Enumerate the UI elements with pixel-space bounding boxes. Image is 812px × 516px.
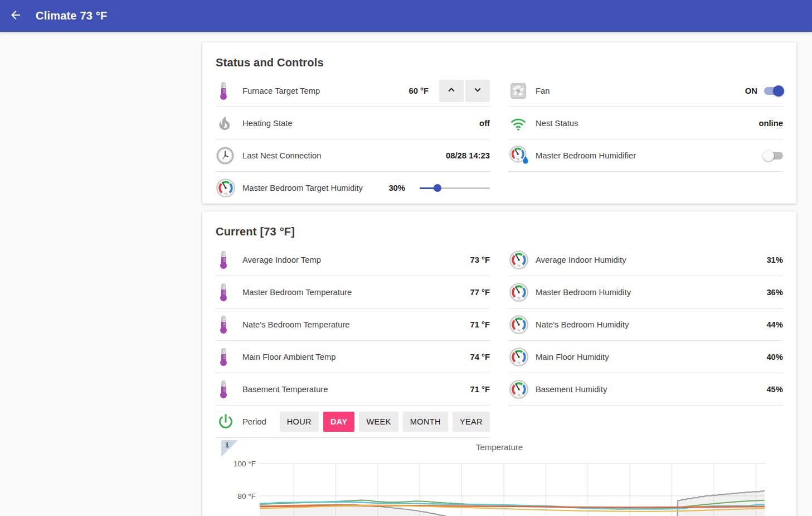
row-average-indoor-temp[interactable]: Average Indoor Temp73 °F (216, 244, 490, 276)
svg-text:%: % (517, 296, 521, 300)
back-button[interactable] (9, 5, 31, 27)
temp-stepper (437, 80, 490, 102)
row-master-bedroom-humidifier[interactable]: %Master Bedroom Humidifier (509, 139, 783, 172)
row-value: 60 °F (409, 86, 429, 95)
humidity-gauge-icon: % (509, 315, 536, 335)
row-label: Average Indoor Temp (242, 255, 470, 264)
row-nate-s-bedroom-humidity[interactable]: %Nate's Bedroom Humidity44% (509, 308, 783, 341)
row-value: 36% (766, 288, 783, 297)
chevron-down-icon (471, 84, 484, 98)
row-label: Main Floor Humidity (536, 353, 766, 361)
row-master-bedroom-target-humidity[interactable]: %Master Bedroom Target Humidity30% (216, 172, 490, 204)
row-label: Master Bedroom Humidifier (536, 151, 757, 160)
row-average-indoor-humidity[interactable]: %Average Indoor Humidity31% (509, 244, 783, 276)
row-nate-s-bedroom-temperature[interactable]: Nate's Bedroom Temperature71 °F (216, 308, 490, 341)
current-card-grid: Average Indoor Temp73 °FMaster Bedroom T… (216, 244, 783, 438)
chevron-up-icon (445, 84, 458, 98)
period-button-group: HOURDAYWEEKMONTHYEAR (275, 412, 490, 432)
fan-toggle[interactable] (764, 87, 783, 95)
thermometer-icon (216, 282, 242, 302)
row-value: 40% (766, 353, 783, 361)
row-basement-humidity[interactable]: %Basement Humidity45% (509, 373, 783, 406)
toggle-thumb[interactable] (763, 150, 774, 161)
row-value: 30% (388, 184, 405, 192)
row-label: Basement Humidity (536, 385, 766, 394)
row-value: 74 °F (470, 353, 490, 361)
row-label: Furnace Target Temp (242, 86, 409, 95)
period-button-week[interactable]: WEEK (359, 412, 398, 432)
page-title: Climate 73 °F (36, 9, 107, 22)
toggle-thumb[interactable] (773, 85, 784, 97)
row-label: Heating State (242, 119, 479, 128)
status-card-title: Status and Controls (216, 42, 783, 70)
status-right-column: FanONNest Statusonline%Master Bedroom Hu… (509, 75, 783, 204)
row-furnace-target-temp[interactable]: Furnace Target Temp60 °F (216, 75, 490, 107)
current-left-column: Average Indoor Temp73 °FMaster Bedroom T… (216, 244, 490, 438)
row-label: Fan (536, 86, 745, 95)
row-nest-status[interactable]: Nest Statusonline (509, 107, 783, 139)
row-label: Master Bedroom Target Humidity (242, 184, 388, 192)
row-period: PeriodHOURDAYWEEKMONTHYEAR (216, 406, 490, 438)
row-value: ON (745, 86, 757, 95)
master-bedroom-humidifier-toggle[interactable] (764, 152, 783, 160)
slider-thumb[interactable] (434, 184, 441, 192)
clock-icon (216, 146, 242, 165)
flame-icon (216, 114, 242, 132)
target-humidity-slider[interactable] (420, 184, 490, 192)
row-value: 45% (766, 385, 783, 394)
current-card: Current [73 °F] Average Indoor Temp73 °F… (202, 211, 796, 516)
svg-text:%: % (517, 263, 521, 267)
current-right-column: %Average Indoor Humidity31%%Master Bedro… (509, 244, 783, 438)
row-last-nest-connection[interactable]: Last Nest Connection08/28 14:23 (216, 139, 490, 172)
row-label: Master Bedroom Humidity (536, 288, 766, 297)
row-value: online (758, 119, 783, 128)
temp-down-button[interactable] (465, 80, 490, 102)
temp-up-button[interactable] (439, 80, 464, 102)
humidifier-icon: % (509, 145, 536, 166)
wifi-icon (509, 115, 536, 132)
y-axis-tick-label: 100 °F (234, 460, 256, 468)
thermometer-icon (216, 315, 242, 335)
fan-icon (509, 81, 536, 100)
row-basement-temperature[interactable]: Basement Temperature71 °F (216, 373, 490, 406)
row-label: Last Nest Connection (242, 151, 446, 160)
temperature-history-chart: i Temperature 100 °F80 °F (216, 438, 783, 516)
row-main-floor-humidity[interactable]: %Main Floor Humidity40% (509, 341, 783, 373)
svg-text:%: % (517, 360, 521, 364)
humidity-gauge-icon: % (509, 250, 536, 270)
thermometer-icon (216, 347, 242, 367)
thermometer-icon (216, 250, 242, 270)
row-value: 08/28 14:23 (446, 151, 490, 160)
y-axis-tick-label: 80 °F (238, 492, 256, 500)
row-label: Nest Status (536, 119, 758, 128)
status-and-controls-card: Status and Controls Furnace Target Temp6… (202, 42, 796, 204)
power-icon (216, 412, 242, 432)
row-label: Nate's Bedroom Humidity (536, 320, 766, 329)
svg-text:%: % (517, 393, 521, 397)
humidity-gauge-icon: % (509, 379, 536, 399)
status-card-grid: Furnace Target Temp60 °FHeating Stateoff… (216, 75, 783, 204)
row-value: off (479, 119, 490, 128)
svg-text:%: % (517, 328, 521, 332)
period-button-day[interactable]: DAY (323, 412, 354, 432)
period-button-year[interactable]: YEAR (453, 412, 490, 432)
svg-text:%: % (224, 191, 227, 195)
row-value: 77 °F (470, 288, 490, 297)
row-fan[interactable]: FanON (509, 75, 783, 107)
row-label: Nate's Bedroom Temperature (242, 320, 470, 329)
row-master-bedroom-temperature[interactable]: Master Bedroom Temperature77 °F (216, 276, 490, 308)
svg-text:%: % (517, 157, 520, 161)
row-value: 71 °F (470, 385, 490, 394)
arrow-left-icon (9, 8, 22, 23)
row-master-bedroom-humidity[interactable]: %Master Bedroom Humidity36% (509, 276, 783, 308)
row-value: 31% (766, 255, 783, 264)
thermometer-icon (216, 379, 242, 399)
row-label: Basement Temperature (242, 385, 470, 394)
chart-title: Temperature (216, 442, 783, 452)
status-left-column: Furnace Target Temp60 °FHeating Stateoff… (216, 75, 490, 204)
period-button-month[interactable]: MONTH (403, 412, 448, 432)
row-main-floor-ambient-temp[interactable]: Main Floor Ambient Temp74 °F (216, 341, 490, 373)
period-button-hour[interactable]: HOUR (280, 412, 319, 432)
row-label: Master Bedroom Temperature (242, 288, 470, 297)
row-heating-state[interactable]: Heating Stateoff (216, 107, 490, 139)
